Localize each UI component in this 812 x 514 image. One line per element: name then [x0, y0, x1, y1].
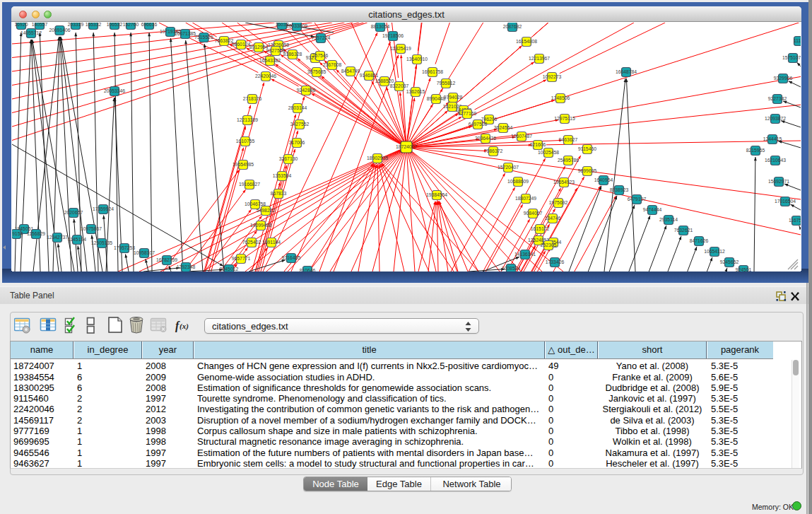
svg-text:7986372: 7986372	[484, 148, 503, 153]
svg-text:10607487: 10607487	[511, 134, 532, 139]
svg-text:19166827: 19166827	[239, 182, 260, 187]
svg-text:17016504: 17016504	[775, 199, 796, 204]
svg-text:7632621: 7632621	[674, 228, 693, 233]
svg-text:13640910: 13640910	[406, 57, 428, 62]
svg-text:3624554: 3624554	[494, 125, 513, 130]
svg-text:746206: 746206	[481, 117, 498, 122]
svg-text:2935114: 2935114	[659, 217, 678, 222]
svg-text:7955812: 7955812	[437, 81, 456, 86]
svg-text:696616: 696616	[141, 23, 158, 27]
svg-text:9657771: 9657771	[232, 256, 251, 261]
svg-text:9474444: 9474444	[643, 207, 662, 212]
svg-text:16543382: 16543382	[259, 58, 281, 63]
svg-text:2718176: 2718176	[243, 96, 262, 101]
svg-text:203319: 203319	[68, 23, 84, 27]
svg-text:12342737: 12342737	[47, 235, 68, 240]
svg-text:9084067: 9084067	[524, 211, 543, 216]
svg-text:1733426: 1733426	[546, 259, 565, 264]
svg-text:1691144: 1691144	[262, 240, 281, 245]
svg-text:9777169: 9777169	[458, 111, 477, 116]
svg-text:17957253: 17957253	[114, 245, 135, 250]
svg-text:15720407: 15720407	[498, 165, 519, 170]
svg-text:9115460: 9115460	[578, 146, 596, 151]
svg-text:12093872: 12093872	[765, 116, 786, 121]
svg-text:8186328: 8186328	[283, 52, 302, 57]
svg-text:19654985: 19654985	[233, 162, 254, 167]
svg-text:14136141: 14136141	[514, 252, 536, 257]
svg-text:20691406: 20691406	[49, 28, 70, 33]
svg-text:9245652: 9245652	[720, 259, 739, 264]
svg-text:9245012: 9245012	[220, 267, 239, 271]
svg-text:1353594: 1353594	[273, 173, 292, 178]
svg-text:10688609: 10688609	[507, 179, 529, 184]
svg-text:6497508: 6497508	[469, 122, 488, 127]
svg-text:2087682: 2087682	[503, 24, 522, 29]
svg-text:6479197: 6479197	[628, 197, 647, 201]
svg-text:16782759: 16782759	[156, 257, 177, 262]
svg-text:9242848: 9242848	[297, 88, 316, 93]
svg-text:924501: 924501	[736, 267, 752, 271]
svg-text:1145194: 1145194	[68, 237, 86, 242]
svg-text:20364436: 20364436	[475, 136, 496, 141]
svg-text:1615172: 1615172	[531, 226, 550, 231]
svg-text:10958107: 10958107	[134, 250, 155, 255]
svg-text:7515526: 7515526	[194, 35, 213, 40]
svg-text:22420046: 22420046	[255, 74, 276, 78]
svg-text:(x): (x)	[180, 322, 189, 331]
svg-text:8471626: 8471626	[690, 238, 709, 243]
svg-text:10654112: 10654112	[704, 249, 725, 254]
svg-text:11325419: 11325419	[390, 46, 411, 51]
svg-text:16033809: 16033809	[286, 23, 307, 28]
svg-text:810646: 810646	[300, 268, 316, 271]
svg-text:8322037: 8322037	[390, 83, 409, 88]
svg-text:8813054: 8813054	[371, 24, 390, 29]
svg-text:1092273: 1092273	[543, 74, 562, 79]
svg-text:3267130: 3267130	[279, 156, 298, 161]
svg-text:2803144: 2803144	[288, 105, 307, 110]
svg-text:15751074: 15751074	[782, 55, 801, 60]
svg-text:152760: 152760	[123, 23, 139, 27]
svg-text:252305: 252305	[541, 243, 557, 247]
svg-text:9699695: 9699695	[578, 168, 597, 173]
svg-text:867833: 867833	[271, 191, 287, 196]
svg-text:3675685: 3675685	[307, 69, 326, 74]
svg-text:106532: 106532	[107, 23, 123, 27]
svg-text:9463627: 9463627	[559, 137, 578, 142]
svg-text:19218506: 19218506	[382, 33, 404, 38]
svg-text:5498222: 5498222	[257, 208, 276, 213]
svg-text:9794028: 9794028	[444, 95, 463, 100]
svg-text:25495786: 25495786	[558, 158, 579, 163]
svg-text:19384554: 19384554	[426, 192, 447, 197]
svg-text:12505135: 12505135	[91, 240, 112, 245]
svg-text:3427552: 3427552	[290, 122, 310, 127]
svg-text:18724007: 18724007	[396, 144, 417, 149]
svg-text:10025458: 10025458	[538, 150, 559, 155]
svg-text:1610755: 1610755	[236, 139, 255, 144]
svg-text:16210643: 16210643	[765, 158, 786, 163]
svg-text:1362615: 1362615	[406, 89, 425, 94]
svg-text:17359924: 17359924	[93, 206, 114, 211]
svg-text:8938923: 8938923	[610, 187, 629, 192]
svg-text:9327508: 9327508	[266, 48, 286, 53]
svg-text:14055712: 14055712	[20, 30, 42, 35]
svg-text:12213389: 12213389	[237, 117, 258, 122]
svg-text:317006: 317006	[289, 140, 305, 145]
svg-text:621606: 621606	[530, 142, 546, 147]
svg-text:165332: 165332	[86, 23, 102, 27]
svg-text:140557: 140557	[32, 23, 48, 27]
svg-text:9146821: 9146821	[360, 73, 379, 78]
svg-text:1975692: 1975692	[549, 200, 568, 205]
svg-text:16154808: 16154808	[516, 39, 537, 44]
svg-text:2020657: 2020657	[64, 210, 83, 215]
svg-text:10975867: 10975867	[81, 226, 102, 231]
svg-text:9227342: 9227342	[768, 96, 787, 101]
svg-text:16671385: 16671385	[175, 31, 196, 36]
svg-text:18807249: 18807249	[515, 196, 536, 201]
svg-text:1156829: 1156829	[27, 231, 45, 236]
svg-text:257546: 257546	[312, 53, 329, 58]
svg-text:9329966: 9329966	[774, 76, 793, 81]
svg-text:1244415: 1244415	[763, 136, 782, 141]
svg-text:7357224: 7357224	[312, 35, 331, 40]
svg-text:1292348: 1292348	[177, 264, 196, 269]
svg-text:8215955: 8215955	[746, 148, 765, 153]
